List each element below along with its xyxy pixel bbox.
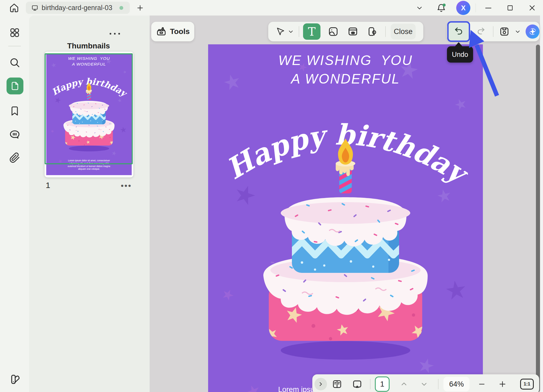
- sidebar-item-thumbnails[interactable]: [7, 78, 23, 94]
- toolbar-divider: [493, 26, 493, 37]
- zoom-level-button[interactable]: 64%: [443, 377, 470, 391]
- previous-page-button[interactable]: [398, 378, 410, 390]
- star-decoration: ★: [219, 285, 237, 305]
- new-tab-button[interactable]: [136, 4, 144, 12]
- status-bar: 64% 1:1: [312, 374, 539, 392]
- actual-size-button[interactable]: 1:1: [520, 379, 534, 390]
- birthday-card-page: ★★★★★★★★★★★★ WE WISHING YOU A WONDERFUL …: [208, 44, 483, 392]
- text-tool-button[interactable]: T: [303, 23, 320, 40]
- attachments-icon: [9, 152, 20, 163]
- thumbnail-more-button[interactable]: •••: [121, 181, 132, 190]
- chevron-down-icon: [420, 380, 428, 388]
- link-tool-button[interactable]: [347, 25, 359, 38]
- expand-statusbar-button[interactable]: [314, 378, 327, 390]
- stamp-tool-icon: [367, 26, 378, 37]
- notification-badge: [443, 4, 446, 7]
- ai-assistant-button[interactable]: [526, 24, 539, 39]
- image-tool-button[interactable]: [327, 25, 340, 38]
- titlebar-dropdown-button[interactable]: [414, 3, 425, 13]
- left-icon-rail: [0, 16, 29, 392]
- undo-icon: [453, 26, 464, 37]
- sidebar-item-bookmarks[interactable]: [8, 105, 21, 117]
- card-greeting-line2: A WONDERFUL: [208, 71, 483, 87]
- image-tool-icon: [328, 26, 339, 37]
- star-decoration: ★: [443, 274, 469, 306]
- pdf-editor-window: birthday-card-genral-03 X: [0, 0, 543, 392]
- ai-assistant-icon: [528, 27, 538, 36]
- text-tool-glyph: T: [308, 25, 316, 38]
- minus-icon: [478, 380, 486, 388]
- chevron-up-icon: [400, 380, 408, 388]
- chevron-down-icon: [288, 28, 294, 35]
- maximize-icon: [506, 4, 514, 12]
- rail-divider: [8, 46, 21, 47]
- page-viewport[interactable]: ★★★★★★★★★★★★ WE WISHING YOU A WONDERFUL …: [208, 44, 483, 392]
- tools-label: Tools: [170, 27, 190, 36]
- save-dropdown[interactable]: [514, 28, 521, 35]
- vertical-scrollbar[interactable]: [536, 45, 540, 392]
- document-tab-icon: [31, 4, 38, 11]
- plus-icon: [498, 380, 507, 388]
- tools-button[interactable]: Tools: [151, 22, 194, 41]
- save-icon: [499, 26, 510, 37]
- next-page-button[interactable]: [418, 378, 430, 390]
- sidebar-item-attachments[interactable]: [8, 152, 21, 164]
- two-page-view-icon: [332, 379, 342, 389]
- page-number-input[interactable]: [375, 376, 390, 392]
- minimize-icon: [484, 4, 492, 12]
- bookmark-icon: [9, 106, 20, 116]
- search-icon: [9, 57, 20, 68]
- presentation-mode-button[interactable]: [351, 378, 363, 390]
- thumbnail-viewport-indicator[interactable]: [45, 53, 133, 164]
- tab-title: birthday-card-genral-03: [42, 4, 112, 12]
- swatches-icon: [9, 374, 21, 385]
- new-tab-icon: [136, 4, 144, 12]
- statusbar-divider: [438, 379, 439, 389]
- unsaved-indicator-dot: [119, 6, 123, 10]
- zoom-value: 64%: [449, 380, 464, 388]
- birthday-cake-illustration: [261, 134, 430, 365]
- titlebar: birthday-card-genral-03 X: [0, 0, 543, 16]
- panel-drag-handle[interactable]: [110, 33, 123, 35]
- close-toolbar-button[interactable]: Close: [391, 24, 416, 39]
- undo-tooltip: Undo: [447, 46, 473, 63]
- notifications-button[interactable]: [435, 2, 447, 14]
- zoom-out-button[interactable]: [476, 378, 488, 390]
- stamp-tool-button[interactable]: [366, 25, 379, 38]
- home-icon: [9, 3, 19, 13]
- page-view-mode-button[interactable]: [331, 378, 343, 390]
- sidebar-item-comments[interactable]: [8, 128, 21, 141]
- actual-size-label: 1:1: [524, 381, 530, 387]
- avatar[interactable]: X: [456, 1, 470, 15]
- select-tool-button[interactable]: [274, 25, 287, 38]
- statusbar-divider: [370, 379, 371, 389]
- card-greeting-line1: WE WISHING YOU: [208, 53, 483, 68]
- apps-grid-icon: [9, 27, 20, 38]
- minimize-button[interactable]: [483, 3, 494, 13]
- presentation-icon: [352, 379, 363, 390]
- star-decoration: ★: [243, 379, 264, 392]
- scrollbar-track: [540, 16, 543, 392]
- panel-title: Thumbnails: [67, 42, 110, 50]
- expand-icon: [317, 381, 324, 387]
- close-window-icon: [528, 4, 536, 12]
- close-window-button[interactable]: [527, 3, 538, 13]
- sidebar-item-search[interactable]: [8, 56, 21, 69]
- toolbox-icon: [156, 26, 167, 37]
- redo-button[interactable]: [475, 26, 487, 38]
- document-tab[interactable]: birthday-card-genral-03: [26, 2, 130, 14]
- sidebar-item-swatches[interactable]: [8, 373, 21, 385]
- select-tool-dropdown[interactable]: [287, 25, 295, 38]
- redo-icon: [476, 27, 486, 36]
- save-button[interactable]: [498, 25, 511, 38]
- maximize-button[interactable]: [505, 3, 516, 13]
- close-label: Close: [394, 27, 412, 36]
- link-tool-icon: [347, 26, 358, 37]
- home-button[interactable]: [8, 2, 20, 14]
- chevron-down-icon: [416, 4, 423, 12]
- sidebar-item-apps[interactable]: [8, 26, 21, 39]
- undo-button[interactable]: [447, 21, 470, 42]
- toolbar-divider: [299, 26, 299, 37]
- undo-tooltip-label: Undo: [452, 51, 468, 58]
- zoom-in-button[interactable]: [496, 378, 509, 390]
